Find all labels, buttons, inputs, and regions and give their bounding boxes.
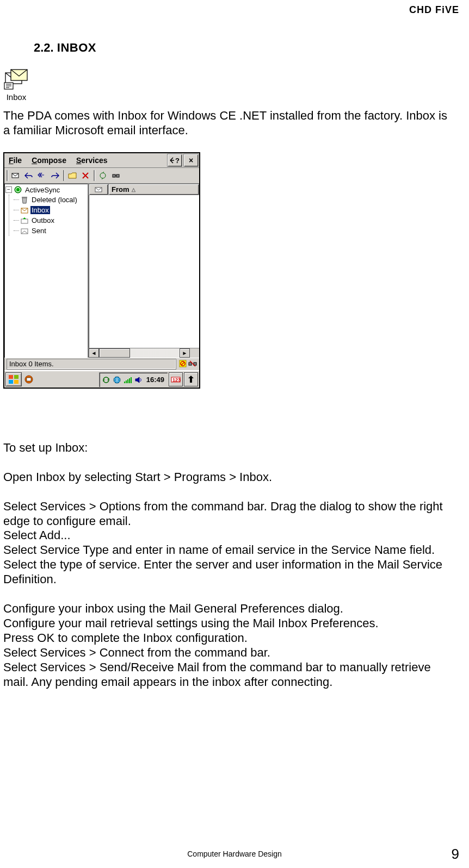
horizontal-scrollbar[interactable]: ◄ ► (89, 348, 199, 358)
volume-tray-icon[interactable] (134, 376, 143, 384)
envelope-icon (3, 65, 29, 91)
input-panel-button[interactable]: 123 (169, 372, 183, 386)
status-bar: Inbox 0 Items. (4, 358, 199, 370)
brand-header: CHD FiVE (409, 4, 459, 16)
system-tray: 16:49 (99, 372, 168, 387)
message-list[interactable]: From △ ◄ ► (89, 184, 199, 358)
connect-icon[interactable] (110, 170, 122, 182)
tree-item-outbox[interactable]: Outbox (10, 215, 88, 226)
toolbar-separator (94, 170, 95, 181)
list-header: From △ (89, 184, 199, 195)
section-heading: 2.2. INBOX (34, 41, 96, 55)
folder-tree[interactable]: − ActiveSync Deleted (local) Inbox (4, 184, 89, 358)
step-service-type: Select Service Type and enter in name of… (3, 542, 453, 586)
inbox-icon-label: Inbox (3, 92, 29, 102)
toolbar-separator (7, 170, 8, 181)
folder-icon[interactable] (66, 170, 78, 182)
outbox-folder-icon (20, 216, 29, 225)
toolbar (4, 168, 199, 184)
sort-ascending-icon: △ (132, 187, 135, 192)
reply-all-icon[interactable] (36, 170, 48, 182)
step-send-receive: Select Services > Send/Receive Mail from… (3, 660, 453, 689)
from-column-header[interactable]: From △ (108, 184, 199, 195)
svg-rect-17 (21, 219, 28, 223)
scroll-left-button[interactable]: ◄ (89, 348, 99, 358)
section-number: 2.2. (34, 41, 54, 54)
tree-item-deleted[interactable]: Deleted (local) (10, 195, 88, 205)
menu-services[interactable]: Services (72, 154, 113, 166)
step-general-prefs: Configure your inbox using the Mail Gene… (3, 601, 453, 616)
tree-collapse-icon[interactable]: − (5, 186, 12, 193)
forward-icon[interactable] (49, 170, 61, 182)
from-label: From (112, 185, 129, 193)
taskbar-inbox-icon[interactable] (23, 373, 35, 385)
activesync-icon (14, 185, 22, 194)
tree-root-label: ActiveSync (24, 186, 61, 194)
step-add: Select Add... (3, 528, 453, 542)
svg-rect-37 (131, 377, 132, 383)
svg-rect-34 (126, 380, 127, 383)
svg-rect-26 (9, 375, 13, 379)
toolbar-separator (63, 170, 64, 181)
menu-compose[interactable]: Compose (27, 154, 72, 166)
signal-tray-icon[interactable] (124, 376, 132, 384)
menubar: File Compose Services ? × (4, 153, 199, 168)
window-body: − ActiveSync Deleted (local) Inbox (4, 184, 199, 358)
scroll-thumb[interactable] (99, 348, 130, 358)
inbox-desktop-icon: Inbox (3, 65, 29, 102)
menu-file[interactable]: File (4, 154, 27, 166)
sync-status-icon (178, 359, 187, 370)
step-open: Open Inbox by selecting Start > Programs… (3, 470, 453, 484)
show-desktop-button[interactable] (184, 372, 198, 386)
sent-folder-icon (20, 227, 29, 235)
svg-rect-23 (189, 363, 192, 365)
trash-icon (20, 196, 29, 204)
scroll-right-button[interactable]: ► (180, 348, 190, 358)
tree-root[interactable]: − ActiveSync (5, 185, 88, 195)
sync-tray-icon[interactable] (102, 376, 110, 384)
svg-text:123: 123 (172, 377, 181, 383)
connection-status-icon (188, 359, 197, 370)
svg-rect-12 (116, 174, 119, 177)
svg-rect-27 (14, 375, 18, 379)
attachment-header-icon[interactable] (89, 184, 108, 195)
tree-item-label: Deleted (local) (30, 196, 78, 204)
svg-rect-28 (9, 380, 13, 384)
status-text: Inbox 0 Items. (7, 359, 176, 370)
inbox-folder-icon (20, 206, 29, 215)
section-word: INBOX (57, 41, 96, 54)
ce-inbox-window: File Compose Services ? × − ActiveSync (3, 152, 200, 389)
step-connect: Select Services > Connect from the comma… (3, 645, 453, 660)
footer: Computer Hardware Design (0, 850, 469, 858)
step-options: Select Services > Options from the comma… (3, 499, 453, 528)
step-ok: Press OK to complete the Inbox configura… (3, 630, 453, 645)
tree-item-sent[interactable]: Sent (10, 226, 88, 236)
svg-rect-11 (113, 174, 115, 177)
close-button[interactable]: × (183, 154, 199, 167)
clock[interactable]: 16:49 (145, 376, 165, 384)
send-receive-icon[interactable] (97, 170, 109, 182)
taskbar: 16:49 123 (4, 370, 199, 388)
setup-heading: To set up Inbox: (3, 440, 453, 455)
svg-rect-35 (127, 379, 128, 383)
tree-item-label: Inbox (30, 206, 50, 214)
tree-item-label: Outbox (30, 216, 55, 224)
delete-icon[interactable] (79, 170, 91, 182)
new-mail-icon[interactable] (10, 170, 22, 182)
reply-icon[interactable] (23, 170, 35, 182)
network-tray-icon[interactable] (113, 376, 121, 384)
start-button[interactable] (5, 372, 22, 386)
scroll-track[interactable] (130, 348, 180, 358)
svg-rect-29 (14, 380, 18, 384)
step-retrieval: Configure your mail retrieval settings u… (3, 616, 453, 630)
tree-item-label: Sent (30, 227, 47, 235)
svg-rect-15 (22, 197, 27, 198)
svg-point-10 (100, 173, 106, 178)
svg-text:?: ? (175, 157, 180, 165)
scroll-corner (190, 348, 199, 358)
svg-rect-31 (27, 378, 31, 381)
intro-paragraph: The PDA comes with Inbox for Windows CE … (3, 108, 453, 138)
help-button[interactable]: ? (167, 154, 182, 167)
svg-rect-36 (129, 378, 130, 383)
tree-item-inbox[interactable]: Inbox (10, 205, 88, 215)
